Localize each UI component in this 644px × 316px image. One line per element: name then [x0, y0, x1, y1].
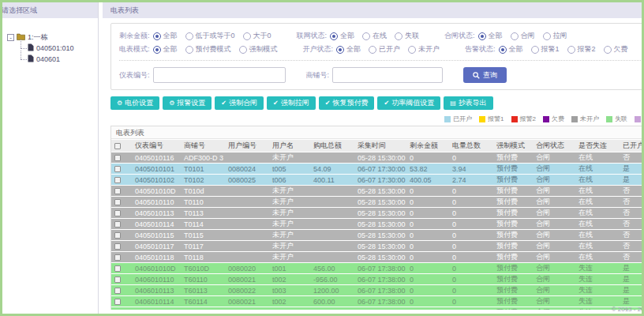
toolbar-button-1[interactable]: ⚙电价设置 — [110, 96, 159, 110]
radio-icon[interactable] — [604, 46, 612, 54]
radio-option[interactable]: 未开户 — [408, 44, 440, 55]
table-cell: 06-07 17:38:00 — [354, 296, 406, 307]
radio-icon[interactable] — [543, 32, 551, 40]
radio-icon[interactable] — [395, 32, 402, 40]
radio-option[interactable]: 全部 — [499, 44, 523, 55]
radio-option[interactable]: 全部 — [336, 44, 361, 55]
radio-selected-icon[interactable] — [330, 32, 338, 40]
tree-leaf-node[interactable]: 040601 — [18, 54, 95, 65]
radio-icon[interactable] — [243, 32, 251, 40]
table-row[interactable]: 0405010113T0113未开户05-28 15:30:0000预付费合闸在… — [111, 208, 642, 218]
radio-option[interactable]: 预付费模式 — [185, 44, 231, 55]
table-row[interactable]: 040601010DT6010D0080020t001456.0006-07 1… — [111, 263, 642, 273]
tree-leaf-label[interactable]: 040501:010 — [36, 44, 74, 52]
table-row[interactable]: 0405010101T01010080024t00554.0906-07 17:… — [111, 164, 642, 174]
row-checkbox[interactable] — [114, 177, 121, 183]
radio-icon[interactable] — [511, 32, 519, 40]
row-checkbox[interactable] — [114, 265, 121, 272]
radio-icon[interactable] — [567, 46, 575, 54]
radio-option[interactable]: 全部 — [330, 31, 354, 41]
radio-option[interactable]: 全部 — [153, 31, 178, 41]
radio-icon[interactable] — [185, 32, 193, 40]
radio-icon[interactable] — [362, 32, 370, 40]
radio-option[interactable]: 在线 — [362, 31, 387, 41]
row-checkbox[interactable] — [114, 254, 121, 261]
row-checkbox[interactable] — [114, 232, 121, 239]
radio-icon[interactable] — [369, 46, 376, 54]
tree-leaf-label[interactable]: 040601 — [36, 55, 60, 63]
legend-swatch-icon — [571, 116, 578, 122]
row-checkbox-cell — [111, 208, 132, 218]
radio-option[interactable]: 全部 — [153, 44, 178, 55]
table-row[interactable]: 0406010114T601140080021t002600.0006-07 1… — [111, 296, 642, 307]
radio-option[interactable]: 报警1 — [531, 44, 560, 55]
table-cell: 否 — [620, 219, 642, 229]
radio-option[interactable]: 合闸 — [511, 31, 535, 41]
table-row[interactable]: 0406010110T601100080021t002-956.0006-07 … — [111, 274, 642, 284]
table-row[interactable]: 0405010114T0114未开户05-28 15:30:0000预付费合闸在… — [111, 219, 642, 229]
radio-selected-icon[interactable] — [336, 46, 344, 54]
table-cell — [310, 241, 354, 251]
row-checkbox[interactable] — [114, 210, 121, 216]
check-icon: ✔ — [384, 100, 389, 107]
row-checkbox[interactable] — [114, 299, 121, 305]
table-cell — [310, 197, 354, 207]
toolbar-button-2[interactable]: ⚙报警设置 — [163, 96, 212, 110]
toolbar-button-6[interactable]: ✔功率阈值设置 — [377, 96, 440, 110]
row-checkbox[interactable] — [114, 276, 121, 283]
table-cell: 0 — [406, 274, 449, 284]
radio-selected-icon[interactable] — [153, 32, 161, 40]
filter-row: 电表模式:全部预付费模式强制模式开户状态:全部已开户未开户告警状态:全部报警1报… — [119, 43, 642, 56]
table-row[interactable]: 0405010102T01020080025t006400.1106-07 17… — [111, 175, 642, 185]
radio-icon[interactable] — [185, 46, 193, 54]
legend-item: 已开户 — [444, 115, 472, 123]
radio-option[interactable]: 已开户 — [369, 44, 400, 55]
row-checkbox[interactable] — [114, 155, 121, 161]
row-checkbox[interactable] — [114, 188, 121, 194]
table-row[interactable]: 0405010110T0110未开户05-28 15:30:0000预付费合闸在… — [111, 197, 642, 207]
radio-option[interactable]: 报警2 — [567, 44, 596, 55]
radio-icon[interactable] — [408, 46, 416, 54]
row-checkbox-cell — [111, 186, 132, 196]
table-cell: 05-28 15:30:00 — [354, 241, 406, 251]
radio-icon[interactable] — [531, 46, 539, 54]
toolbar-button-3[interactable]: ✔强制合闸 — [215, 96, 264, 110]
radio-option[interactable]: 拉闸 — [543, 31, 567, 41]
radio-selected-icon[interactable] — [499, 46, 507, 54]
table-row[interactable]: 0405010118T0118未开户05-28 15:30:0000预付费合闸在… — [111, 252, 642, 262]
radio-option[interactable]: 失联 — [395, 31, 419, 41]
table-cell — [225, 219, 269, 229]
table-row[interactable]: 0406010113T601130080022t0031200.0006-07 … — [111, 285, 642, 295]
meter-no-input[interactable] — [153, 67, 286, 83]
tree-root-label[interactable]: 1:一栋 — [28, 32, 48, 43]
toolbar-button-4[interactable]: ✔强制拉闸 — [267, 96, 316, 110]
tree-collapse-icon[interactable]: - — [7, 34, 14, 41]
row-checkbox[interactable] — [114, 288, 121, 294]
table-row[interactable]: 0405010117T0117未开户05-28 15:30:0000预付费合闸在… — [111, 241, 642, 251]
toolbar-button-7[interactable]: ▤抄表导出 — [444, 96, 493, 110]
radio-selected-icon[interactable] — [153, 46, 161, 54]
row-checkbox[interactable] — [114, 243, 121, 250]
toolbar-button-5[interactable]: ✔恢复预付费 — [319, 96, 375, 110]
table-cell: 0405010117 — [132, 241, 181, 251]
radio-option[interactable]: 欠费 — [604, 44, 628, 55]
query-button[interactable]: 查询 — [463, 67, 507, 83]
radio-option[interactable]: 低于或等于0 — [185, 31, 235, 41]
table-row[interactable]: 040501010DT010d未开户05-28 15:30:0000预付费合闸在… — [111, 186, 642, 196]
radio-selected-icon[interactable] — [478, 32, 486, 40]
radio-option[interactable]: 强制模式 — [239, 44, 278, 55]
legend-label: 报警2 — [520, 115, 536, 123]
table-row[interactable]: 0405010115T0115未开户05-28 15:30:0000预付费合闸在… — [111, 230, 642, 240]
radio-option[interactable]: 全部 — [478, 31, 503, 41]
row-checkbox[interactable] — [114, 221, 121, 228]
shop-no-input[interactable] — [332, 67, 443, 83]
table-row[interactable]: 0406010115T601150080023t0042444.0006-07 … — [111, 307, 642, 310]
tree-leaf-node[interactable]: 040501:010 — [18, 43, 95, 54]
row-checkbox[interactable] — [114, 166, 121, 172]
row-checkbox[interactable] — [114, 199, 121, 205]
table-cell: 0 — [449, 208, 493, 218]
select-all-checkbox[interactable] — [114, 143, 121, 149]
radio-option[interactable]: 大于0 — [243, 31, 271, 41]
table-row[interactable]: 0405010116ADF300-D 3未开户05-28 15:30:0000预… — [111, 152, 642, 163]
radio-icon[interactable] — [239, 46, 247, 54]
